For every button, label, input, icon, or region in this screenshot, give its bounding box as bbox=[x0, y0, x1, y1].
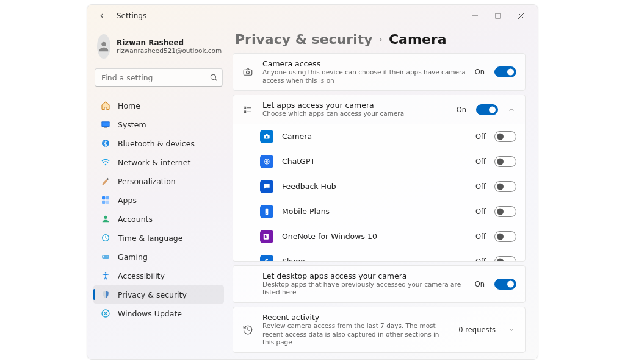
nav-item-home[interactable]: Home bbox=[93, 96, 224, 115]
breadcrumb-parent[interactable]: Privacy & security bbox=[235, 32, 373, 47]
history-icon bbox=[242, 324, 254, 336]
app-row-feedback[interactable]: Feedback HubOff bbox=[233, 174, 525, 199]
toggle-state-label: Off bbox=[475, 157, 486, 166]
time-icon bbox=[101, 233, 110, 243]
network-icon bbox=[101, 157, 110, 167]
svg-rect-1 bbox=[496, 13, 500, 18]
privacy-icon bbox=[101, 290, 110, 299]
expander-let-apps: Let apps access your camera Choose which… bbox=[233, 95, 526, 262]
mobileplans-app-icon bbox=[260, 205, 273, 218]
row-camera-access[interactable]: Camera access Anyone using this device c… bbox=[233, 53, 526, 91]
nav-item-label: Time & language bbox=[118, 234, 182, 243]
row-title: Let desktop apps access your camera bbox=[262, 271, 466, 280]
accessibility-icon bbox=[101, 271, 110, 280]
toggle-app-chatgpt[interactable] bbox=[494, 156, 516, 167]
bluetooth-icon bbox=[101, 138, 110, 148]
toggle-app-feedback[interactable] bbox=[494, 181, 516, 192]
svg-point-22 bbox=[105, 272, 107, 274]
row-let-apps[interactable]: Let apps access your camera Choose which… bbox=[233, 95, 525, 124]
nav-item-gaming[interactable]: Gaming bbox=[93, 248, 224, 266]
nav-item-label: Privacy & security bbox=[118, 290, 187, 299]
minimize-button[interactable] bbox=[463, 7, 486, 24]
app-name: Camera bbox=[282, 132, 467, 141]
content-scroll[interactable]: Camera access Anyone using this device c… bbox=[233, 53, 529, 353]
nav-item-label: Gaming bbox=[118, 252, 148, 262]
row-subtitle: Anyone using this device can choose if t… bbox=[262, 68, 466, 85]
toggle-state-label: Off bbox=[475, 232, 486, 241]
nav-item-label: Home bbox=[118, 101, 140, 110]
maximize-button[interactable] bbox=[486, 7, 510, 24]
titlebar: Settings bbox=[87, 5, 538, 27]
nav-item-label: Personalization bbox=[118, 177, 176, 186]
nav-item-label: Accessibility bbox=[118, 271, 165, 280]
row-recent-activity[interactable]: Recent activity Review camera access fro… bbox=[233, 307, 526, 353]
toggle-app-onenote[interactable] bbox=[494, 231, 516, 242]
nav-item-privacy[interactable]: Privacy & security bbox=[93, 285, 224, 304]
svg-rect-16 bbox=[106, 201, 109, 204]
row-subtitle: Desktop apps that have previously access… bbox=[262, 280, 466, 297]
toggle-desktop-apps[interactable] bbox=[494, 279, 516, 290]
app-row-camera[interactable]: CameraOff bbox=[233, 124, 525, 149]
nav-item-update[interactable]: Windows Update bbox=[93, 304, 224, 323]
nav-item-bluetooth[interactable]: Bluetooth & devices bbox=[93, 134, 224, 152]
feedback-app-icon bbox=[260, 180, 273, 193]
row-desktop-apps[interactable]: Let desktop apps access your camera Desk… bbox=[233, 265, 526, 303]
app-row-chatgpt[interactable]: ChatGPTOff bbox=[233, 149, 525, 174]
svg-point-25 bbox=[247, 71, 250, 74]
nav-list: HomeSystemBluetooth & devicesNetwork & i… bbox=[93, 96, 224, 323]
chevron-down-icon[interactable] bbox=[507, 326, 516, 334]
toggle-state-label: Off bbox=[475, 132, 486, 141]
toggle-app-skype[interactable] bbox=[494, 256, 516, 262]
svg-rect-12 bbox=[106, 178, 109, 180]
close-icon bbox=[518, 13, 524, 19]
close-button[interactable] bbox=[510, 7, 533, 24]
svg-rect-15 bbox=[102, 201, 105, 204]
left-pane: Rizwan Rasheed rizwanrasheed521@outlook.… bbox=[87, 27, 229, 359]
toggle-app-camera[interactable] bbox=[494, 131, 516, 142]
svg-point-35 bbox=[266, 213, 267, 214]
app-name: Mobile Plans bbox=[282, 207, 467, 216]
back-button[interactable] bbox=[93, 7, 110, 24]
app-row-mobileplans[interactable]: Mobile PlansOff bbox=[233, 199, 525, 224]
svg-point-5 bbox=[211, 74, 215, 79]
svg-text:S: S bbox=[265, 259, 269, 262]
nav-item-personalization[interactable]: Personalization bbox=[93, 172, 224, 190]
app-row-onenote[interactable]: NOneNote for Windows 10Off bbox=[233, 224, 525, 249]
svg-point-17 bbox=[104, 216, 107, 219]
svg-rect-32 bbox=[266, 134, 268, 135]
nav-item-time[interactable]: Time & language bbox=[93, 229, 224, 247]
nav-item-network[interactable]: Network & internet bbox=[93, 153, 224, 171]
breadcrumb: Privacy & security › Camera bbox=[233, 27, 529, 53]
row-subtitle: Review camera access from the last 7 day… bbox=[262, 322, 450, 347]
row-title: Camera access bbox=[262, 59, 466, 68]
svg-rect-13 bbox=[102, 196, 105, 199]
toggle-let-apps[interactable] bbox=[476, 104, 498, 115]
search-input[interactable] bbox=[95, 68, 223, 87]
personalization-icon bbox=[101, 176, 110, 186]
toggle-state-label: On bbox=[475, 68, 485, 76]
back-arrow-icon bbox=[98, 12, 106, 20]
app-list: CameraOffChatGPTOffFeedback HubOffMobile… bbox=[233, 124, 525, 262]
nav-item-label: Network & internet bbox=[118, 158, 190, 167]
chevron-up-icon[interactable] bbox=[507, 106, 516, 113]
svg-point-11 bbox=[105, 164, 107, 166]
nav-item-apps[interactable]: Apps bbox=[93, 191, 224, 209]
toggle-camera-access[interactable] bbox=[494, 66, 516, 77]
nav-item-accounts[interactable]: Accounts bbox=[93, 210, 224, 228]
app-name: Skype bbox=[282, 257, 467, 261]
svg-text:N: N bbox=[264, 234, 267, 239]
toggle-app-mobileplans[interactable] bbox=[494, 206, 516, 217]
app-row-skype[interactable]: SSkypeOff bbox=[233, 249, 525, 262]
minimize-icon bbox=[472, 13, 478, 19]
profile-block[interactable]: Rizwan Rasheed rizwanrasheed521@outlook.… bbox=[93, 32, 224, 63]
toggle-state-label: On bbox=[475, 280, 485, 288]
svg-point-31 bbox=[266, 136, 268, 138]
nav-item-label: Windows Update bbox=[118, 309, 182, 318]
update-icon bbox=[101, 309, 110, 318]
gaming-icon bbox=[101, 252, 110, 262]
nav-item-system[interactable]: System bbox=[93, 115, 224, 134]
onenote-app-icon: N bbox=[260, 230, 273, 243]
nav-item-accessibility[interactable]: Accessibility bbox=[93, 266, 224, 285]
person-icon bbox=[97, 40, 110, 53]
svg-rect-14 bbox=[106, 196, 109, 199]
